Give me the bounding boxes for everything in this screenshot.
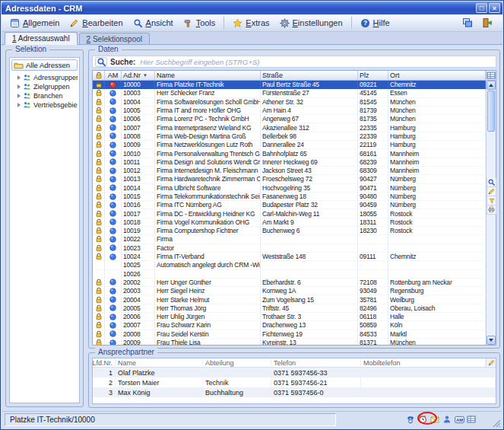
am-cell [105,158,122,166]
column-header-am[interactable]: AM [105,71,122,80]
grid-tool-funnel-button[interactable] [487,196,496,205]
address-row[interactable]: 10022Firma [93,235,486,244]
address-row[interactable]: 10008Firma Web-Design Martina GroßBeller… [93,132,486,141]
edit-contact-button[interactable] [486,358,496,368]
grid-tool-magnifier-button[interactable] [487,178,496,187]
address-row[interactable]: 20005Herr Thomas JörgTriftstr. 4582496Ob… [93,304,486,313]
column-header-adnr[interactable]: Ad.Nr▼ [122,71,155,80]
lock-icon [95,313,103,320]
address-row[interactable]: 20002Herr Unger GüntherEberhardstr. 6721… [93,279,486,287]
titlebar[interactable]: Adressdaten - CRM □ × [2,2,502,14]
status-database-button[interactable] [478,414,489,425]
tree-item-zielgruppen[interactable]: Zielgruppen [11,82,78,91]
grid-tool-pencil-button[interactable] [487,187,496,196]
tab-1-adressauswahl[interactable]: 1 Adressauswahl [5,32,78,45]
address-row[interactable]: 10013Firma Hardwaretechnik Zimmerman OHG… [93,175,486,183]
contact-row[interactable]: 2Torsten MaierTechnik0371 5937456-21 [93,377,496,387]
column-header-strasse[interactable]: Straße [261,71,358,80]
address-row[interactable]: 10009Firma Netzwerklösungen Lutz RothDan… [93,141,486,149]
grid-tool-printer-button[interactable] [487,205,496,215]
close-button[interactable]: × [489,3,500,13]
contact-row[interactable]: 1Olaf Platzke0371 5937456-33 [93,368,496,377]
address-row[interactable]: 10016Firma ITC Nürnberg AGBudapester Pla… [93,201,486,209]
resize-grip[interactable] [492,417,501,426]
column-options-button[interactable] [486,71,496,81]
address-row[interactable]: 20006Herr Uhlig JürgenTrothaer Str. 3061… [93,313,486,321]
address-row[interactable]: 20003Herr Siegel HeinzKornweg 1A93049Reg… [93,287,486,295]
column-header-lock[interactable] [93,71,105,80]
search-input[interactable] [138,57,493,67]
address-row[interactable]: 10007Firma Internetpräsenz Wieland KGAka… [93,123,486,132]
address-row[interactable]: 10010Firma Personalverwaltung Trentsch G… [93,149,486,158]
address-row[interactable]: 10004Firma Softwarelösungen Scholl GmbHA… [93,98,486,107]
column-header-name[interactable]: Name [155,71,261,80]
scroll-thumb[interactable] [487,91,495,132]
maximize-button[interactable]: □ [476,3,487,13]
address-row[interactable]: 20008Frau Seidel KerstinFichtenweg 19845… [93,330,486,339]
contact-row[interactable]: 3Max KönigBuchhaltung0371 5937456-0 [93,387,496,397]
scroll-down-button[interactable] [487,336,496,345]
address-row[interactable]: 10014Firma Ulbricht SoftwareHochvogelrin… [93,184,486,193]
address-row[interactable]: 10023Factor [93,244,486,253]
am-cell [105,270,122,278]
status-table-button[interactable] [466,414,477,425]
status-envelope-button[interactable] [430,414,440,425]
tree-root-alle-adressen[interactable]: Alle Adressen [11,59,78,71]
address-row[interactable]: 10026 [93,270,486,279]
address-row[interactable]: 10017Firma DC - Entwicklung Heidner KGCa… [93,209,486,218]
address-row[interactable]: 10005Firma IT and more Höfler OHGAm Hain… [93,107,486,115]
contacts-column-header-telefon[interactable]: Telefon [271,358,361,367]
menu-bearbeiten[interactable]: Bearbeiten [65,17,127,30]
status-phone-button[interactable] [405,414,416,425]
address-row[interactable]: 10011Firma Design and Solutions Wendt Gm… [93,158,486,167]
status-alarm-clock-button[interactable] [417,414,428,425]
status-user-button[interactable] [442,414,452,425]
name-cell: Herr Starke Helmut [155,295,261,303]
address-row[interactable]: 10025Automatisch angelegt durch CRM -Wie… [93,261,486,269]
address-row[interactable]: 10003Herr Schlecker FranzFürstenstraße 2… [93,89,486,97]
address-row[interactable]: 10018Firma Vogel Kommunikation OHGAm Mar… [93,218,486,227]
address-row[interactable]: 10015Firma Telekommunikationstechnik Sei… [93,193,486,201]
sphere-blue-icon [109,236,116,243]
address-row[interactable]: 10012Firma Internetdesign M. Fleischmann… [93,167,486,175]
selektion-tree: Alle Adressen AdressgruppenZielgruppenBr… [9,57,80,403]
adnr-cell: 10012 [122,167,155,174]
column-header-ort[interactable]: Ort [388,71,486,80]
lock-icon [95,124,103,132]
lock-icon [95,296,103,304]
contacts-column-header-name[interactable]: Name [116,358,203,367]
menu-extras[interactable]: Extras [228,17,274,30]
tree-item-vertriebsgebiete[interactable]: Vertriebsgebiete [11,100,78,110]
address-row[interactable]: 10024Firma IT-VerbandWeststraße 14809111… [93,253,486,261]
strasse-cell: Zum Vogelsang 15 [261,295,358,303]
exit-icon [482,18,493,28]
contacts-column-header-nr[interactable]: Lfd.Nr. [93,358,116,367]
scroll-up-button[interactable] [487,81,496,90]
column-header-plz[interactable]: Plz [358,71,388,80]
status-am-badge-button[interactable]: AM [454,414,464,425]
name-cell: Firma Telekommunikationstechnik Seip [155,193,261,200]
search-button[interactable] [95,57,107,67]
tree-item-adressgruppen[interactable]: Adressgruppen [11,73,78,82]
lock-cell [93,227,105,234]
menu-ansicht[interactable]: Ansicht [128,17,178,30]
address-row[interactable]: 20009Frau Thiele LisaKyreinstr. 1381371M… [93,339,486,345]
contacts-column-header-mobil[interactable]: Mobiltelefon [361,358,486,367]
sphere-blue-icon [109,116,116,123]
tab-2-selektionspool[interactable]: 2 Selektionspool [79,33,150,44]
tabbar: 1 Adressauswahl2 Selektionspool [2,32,502,45]
address-row[interactable]: 10000Firma Platzke IT-TechnikPaul Bertz … [93,81,486,89]
menu-hilfe[interactable]: ?Hilfe [356,17,395,30]
address-row[interactable]: 20004Herr Starke HelmutZum Vogelsang 153… [93,295,486,304]
menu-allgemein[interactable]: Allgemein [5,17,64,30]
address-row[interactable]: 20007Frau Schwarz KarinDrachenweg 135085… [93,321,486,330]
windows-button[interactable] [461,16,474,30]
menu-einstellungen[interactable]: Einstellungen [275,17,347,30]
contacts-column-header-abteilung[interactable]: Abteilung [203,358,271,367]
address-row[interactable]: 10006Firma Lorenz PC - Technik GmbHAnger… [93,115,486,123]
menu-tools[interactable]: Tools [179,17,220,30]
tab-label: 2 Selektionspool [87,35,142,43]
address-row[interactable]: 10019Firma Computershop FichtnerBuchenwe… [93,227,486,235]
exit-button[interactable] [480,16,494,30]
tree-item-branchen[interactable]: Branchen [11,91,78,100]
